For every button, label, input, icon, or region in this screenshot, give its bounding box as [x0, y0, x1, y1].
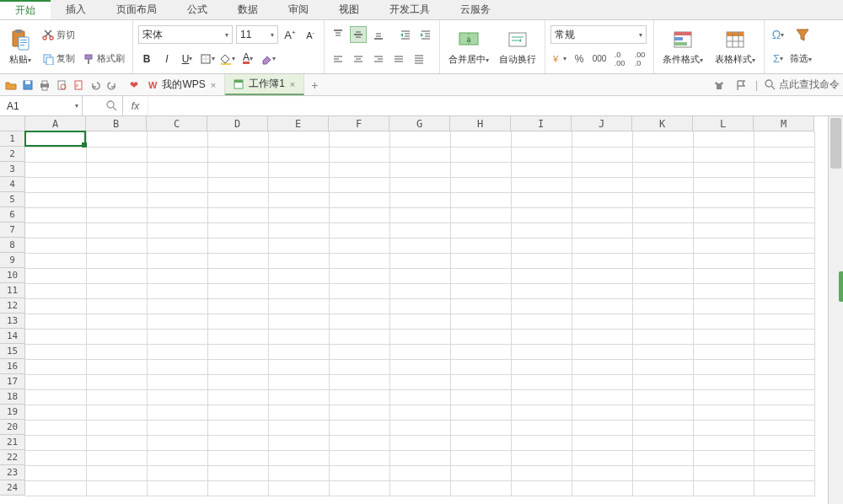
- cell[interactable]: [329, 223, 389, 238]
- cell[interactable]: [754, 329, 814, 344]
- cell[interactable]: [389, 192, 450, 207]
- cell[interactable]: [86, 435, 147, 450]
- cell[interactable]: [329, 238, 389, 253]
- cell[interactable]: [450, 177, 511, 192]
- cell[interactable]: [450, 389, 511, 405]
- cell[interactable]: [389, 253, 450, 268]
- cell[interactable]: [572, 314, 632, 329]
- cell[interactable]: [572, 177, 632, 192]
- cell[interactable]: [511, 147, 572, 162]
- cell[interactable]: [25, 480, 86, 496]
- row-header-19[interactable]: 19: [0, 405, 25, 420]
- cell[interactable]: [268, 283, 329, 298]
- cell[interactable]: [329, 405, 389, 420]
- undo-button[interactable]: [88, 78, 103, 93]
- align-distribute-button[interactable]: [411, 51, 427, 67]
- cell[interactable]: [207, 162, 268, 177]
- cell[interactable]: [147, 207, 207, 223]
- cell[interactable]: [86, 268, 147, 283]
- cell[interactable]: [693, 359, 754, 374]
- format-painter-button[interactable]: 格式刷: [79, 51, 127, 67]
- cell[interactable]: [632, 359, 693, 374]
- cell[interactable]: [572, 405, 632, 420]
- cell[interactable]: [511, 359, 572, 374]
- cell[interactable]: [207, 298, 268, 314]
- cell[interactable]: [572, 465, 632, 480]
- cell[interactable]: [147, 329, 207, 344]
- cell[interactable]: [25, 268, 86, 283]
- row-header-18[interactable]: 18: [0, 389, 25, 405]
- cell[interactable]: [329, 389, 389, 405]
- cell[interactable]: [389, 450, 450, 465]
- cell[interactable]: [572, 283, 632, 298]
- font-name-select[interactable]: 宋体▾: [138, 25, 233, 44]
- cell[interactable]: [754, 162, 814, 177]
- cell[interactable]: [572, 344, 632, 359]
- sheet-grid[interactable]: ABCDEFGHIJKLM 12345678910111213141516171…: [0, 116, 828, 504]
- currency-button[interactable]: ¥▾: [550, 51, 567, 67]
- cell[interactable]: [632, 177, 693, 192]
- cell[interactable]: [754, 389, 814, 405]
- cell[interactable]: [572, 420, 632, 435]
- cell[interactable]: [693, 435, 754, 450]
- column-header-F[interactable]: F: [329, 116, 389, 131]
- cell[interactable]: [693, 253, 754, 268]
- cell[interactable]: [693, 405, 754, 420]
- cell[interactable]: [693, 374, 754, 389]
- cell[interactable]: [86, 131, 147, 147]
- indent-increase-button[interactable]: [417, 26, 434, 43]
- cell[interactable]: [86, 207, 147, 223]
- export-pdf-button[interactable]: P: [71, 78, 86, 93]
- cell[interactable]: [754, 298, 814, 314]
- cell[interactable]: [754, 147, 814, 162]
- align-bottom-button[interactable]: [370, 26, 387, 43]
- row-header-21[interactable]: 21: [0, 435, 25, 450]
- cell[interactable]: [25, 253, 86, 268]
- cell[interactable]: [389, 359, 450, 374]
- print-button[interactable]: [37, 78, 52, 93]
- cell[interactable]: [511, 207, 572, 223]
- cell[interactable]: [268, 389, 329, 405]
- menu-tab-formula[interactable]: 公式: [172, 0, 223, 19]
- fill-color-button[interactable]: ▾: [219, 51, 236, 67]
- cell[interactable]: [207, 480, 268, 496]
- cell[interactable]: [572, 359, 632, 374]
- cell[interactable]: [632, 344, 693, 359]
- cell[interactable]: [754, 359, 814, 374]
- scrollbar-thumb[interactable]: [830, 118, 841, 169]
- doc-tab-mywps[interactable]: W 我的WPS ×: [140, 74, 225, 95]
- cell[interactable]: [450, 435, 511, 450]
- cell[interactable]: [693, 389, 754, 405]
- cell[interactable]: [25, 314, 86, 329]
- number-format-select[interactable]: 常规▾: [550, 25, 647, 44]
- cell[interactable]: [754, 238, 814, 253]
- doc-tab-workbook1[interactable]: 工作簿1 ×: [225, 74, 304, 95]
- cell[interactable]: [693, 223, 754, 238]
- cell[interactable]: [572, 435, 632, 450]
- cell[interactable]: [389, 420, 450, 435]
- column-header-J[interactable]: J: [572, 116, 632, 131]
- cell[interactable]: [632, 329, 693, 344]
- cell[interactable]: [450, 420, 511, 435]
- cell[interactable]: [25, 162, 86, 177]
- merge-center-button[interactable]: a 合并居中▾: [445, 23, 492, 71]
- cell[interactable]: [147, 359, 207, 374]
- cell[interactable]: [268, 435, 329, 450]
- row-header-16[interactable]: 16: [0, 359, 25, 374]
- cell[interactable]: [207, 131, 268, 147]
- cell[interactable]: [86, 177, 147, 192]
- align-justify-button[interactable]: [390, 51, 407, 67]
- cell[interactable]: [693, 283, 754, 298]
- cell[interactable]: [450, 131, 511, 147]
- cell[interactable]: [754, 465, 814, 480]
- menu-tab-data[interactable]: 数据: [223, 0, 273, 19]
- open-button[interactable]: [3, 78, 19, 93]
- cell[interactable]: [389, 374, 450, 389]
- cell[interactable]: [632, 450, 693, 465]
- cut-button[interactable]: 剪切: [39, 27, 127, 42]
- cell[interactable]: [86, 283, 147, 298]
- cell[interactable]: [693, 298, 754, 314]
- fx-button[interactable]: fx: [123, 96, 148, 115]
- cell[interactable]: [754, 420, 814, 435]
- cond-format-button[interactable]: 条件格式▾: [659, 23, 706, 71]
